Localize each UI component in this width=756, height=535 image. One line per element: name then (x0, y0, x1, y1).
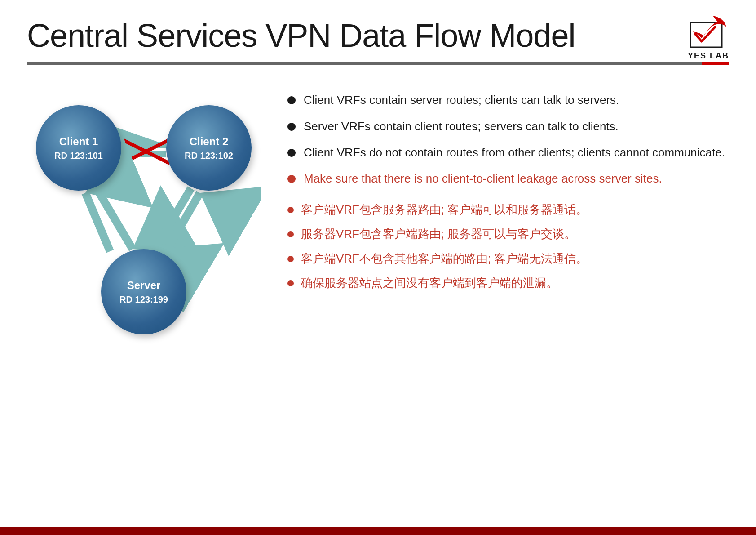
bullet-dot-4 (287, 175, 296, 183)
chinese-bullet-1: 客户端VRF包含服务器路由; 客户端可以和服务器通话。 (287, 201, 729, 218)
bullet-dot-3 (287, 149, 296, 157)
client1-rd: RD 123:101 (54, 149, 103, 162)
chinese-dot-3 (287, 256, 294, 262)
bottom-bar (0, 527, 756, 535)
chinese-dot-2 (287, 231, 294, 237)
yes-lab-logo: YES LAB (688, 13, 729, 61)
bullet-item-2: Server VRFs contain client routes; serve… (287, 118, 729, 134)
bullet-dot-1 (287, 96, 296, 104)
page-title: Central Services VPN Data Flow Model (27, 18, 729, 54)
bullet-item-1: Client VRFs contain server routes; clien… (287, 92, 729, 108)
svg-line-14 (166, 193, 200, 251)
svg-line-10 (124, 140, 168, 163)
bullet-text-2: Server VRFs contain client routes; serve… (304, 118, 619, 134)
bullet-text-1: Client VRFs contain server routes; clien… (304, 92, 619, 108)
client2-node: Client 2 RD 123:102 (166, 105, 252, 191)
chinese-bullets: 客户端VRF包含服务器路由; 客户端可以和服务器通话。 服务器VRF包含客户端路… (287, 201, 729, 299)
svg-line-11 (97, 188, 133, 249)
chinese-dot-4 (287, 280, 294, 286)
svg-line-13 (155, 188, 191, 249)
chinese-bullet-2: 服务器VRF包含客户端路由; 服务器可以与客户交谈。 (287, 226, 729, 242)
bullet-item-4: Make sure that there is no client-to-cli… (287, 170, 729, 187)
chinese-text-4: 确保服务器站点之间没有客户端到客户端的泄漏。 (301, 275, 558, 291)
bullet-text-4: Make sure that there is no client-to-cli… (304, 170, 662, 187)
client2-rd: RD 123:102 (185, 149, 233, 162)
chinese-text-3: 客户端VRF不包含其他客户端的路由; 客户端无法通信。 (301, 250, 588, 267)
chinese-bullet-4: 确保服务器站点之间没有客户端到客户端的泄漏。 (287, 275, 729, 291)
svg-line-9 (124, 140, 168, 163)
bullet-item-3: Client VRFs do not contain routes from o… (287, 144, 729, 160)
bullet-text-3: Client VRFs do not contain routes from o… (304, 144, 725, 160)
svg-line-12 (85, 193, 110, 251)
server-rd: RD 123:199 (119, 293, 168, 306)
bullet-dot-2 (287, 123, 296, 131)
content-area: Client 1 RD 123:101 Client 2 RD 123:102 … (0, 74, 756, 379)
client1-node: Client 1 RD 123:101 (36, 105, 121, 191)
chinese-bullet-3: 客户端VRF不包含其他客户端的路由; 客户端无法通信。 (287, 250, 729, 267)
yes-lab-checkmark (688, 13, 729, 49)
client1-label: Client 1 (59, 134, 98, 149)
yes-lab-text: YES LAB (688, 51, 729, 61)
server-label: Server (127, 278, 161, 293)
chinese-text-1: 客户端VRF包含服务器路由; 客户端可以和服务器通话。 (301, 201, 588, 218)
bullet-list: Client VRFs contain server routes; clien… (287, 92, 729, 197)
server-node: Server RD 123:199 (101, 249, 186, 334)
chinese-dot-1 (287, 207, 294, 213)
slide-container: Central Services VPN Data Flow Model YES… (0, 0, 756, 535)
bullets-area: Client VRFs contain server routes; clien… (287, 92, 729, 370)
divider (27, 62, 729, 65)
title-area: Central Services VPN Data Flow Model YES… (0, 0, 756, 54)
chinese-text-2: 服务器VRF包含客户端路由; 服务器可以与客户交谈。 (301, 226, 576, 242)
client2-label: Client 2 (190, 134, 229, 149)
diagram-area: Client 1 RD 123:101 Client 2 RD 123:102 … (27, 92, 261, 370)
